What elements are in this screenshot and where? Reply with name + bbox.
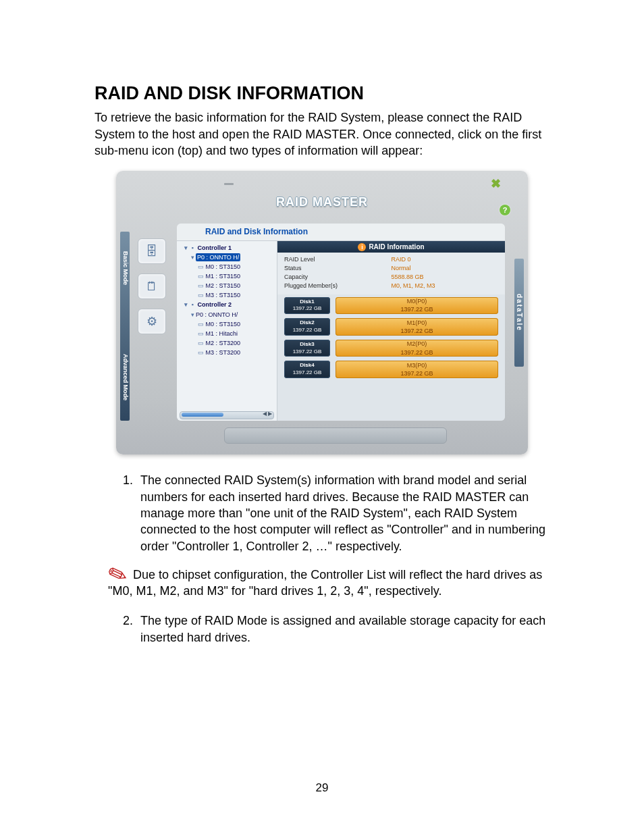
- port-label-selected[interactable]: P0 : ONNTO H/: [196, 253, 240, 261]
- disk-label[interactable]: M1 : ST3150: [206, 273, 241, 280]
- brand-label: dataTale: [514, 265, 524, 360]
- settings-icon[interactable]: ⚙: [138, 309, 166, 334]
- disk-bar: M1(P0)1397.22 GB: [336, 318, 498, 336]
- sidebar: 🗄 🗒 ⚙: [138, 238, 171, 344]
- controller-label[interactable]: Controller 1: [198, 244, 232, 251]
- port-label[interactable]: P0 : ONNTO H/: [196, 311, 238, 318]
- raid-info-icon[interactable]: 🗄: [138, 238, 166, 264]
- help-icon[interactable]: ?: [500, 205, 510, 215]
- disk-label[interactable]: M2 : ST3200: [206, 340, 241, 346]
- disk-icon: Disk31397.22 GB: [284, 340, 330, 357]
- disk-label[interactable]: M1 : Hitachi: [206, 330, 238, 337]
- info-icon: i: [358, 243, 366, 251]
- disk-bar: M0(P0)1397.22 GB: [336, 297, 498, 315]
- status-bar: [224, 427, 447, 444]
- info-value: M0, M1, M2, M3: [392, 282, 499, 290]
- info-key: Capacity: [284, 273, 392, 281]
- disk-label[interactable]: M3 : ST3150: [206, 292, 241, 298]
- info-key: Plugged Member(s): [284, 282, 392, 290]
- advanced-mode-tab[interactable]: Advanced Mode: [120, 340, 130, 414]
- intro-paragraph: To retrieve the basic information for th…: [95, 109, 549, 159]
- list-item-1: The connected RAID System(s) information…: [136, 472, 549, 554]
- disk-label[interactable]: M0 : ST3150: [206, 321, 241, 328]
- list-item-2: The type of RAID Mode is assigned and av…: [136, 613, 549, 646]
- panel-title: RAID and Disk Information: [177, 224, 505, 240]
- minimize-icon[interactable]: [224, 183, 234, 185]
- basic-mode-tab[interactable]: Basic Mode: [120, 238, 130, 298]
- disk-label[interactable]: M3 : ST3200: [206, 349, 241, 356]
- disk-bar: M3(P0)1397.22 GB: [336, 361, 498, 378]
- disk-row: Disk21397.22 GB M1(P0)1397.22 GB: [284, 318, 498, 336]
- info-key: Status: [284, 264, 392, 272]
- disk-row: Disk41397.22 GB M3(P0)1397.22 GB: [284, 361, 498, 378]
- app-title: RAID MASTER: [116, 194, 528, 210]
- page-number: 29: [95, 781, 549, 796]
- pushpin-icon: ✎: [106, 565, 128, 585]
- controller-tree[interactable]: ▾▪ Controller 1 ▾P0 : ONNTO H/ ▭ M0 : ST…: [177, 241, 277, 421]
- disk-row: Disk11397.22 GB M0(P0)1397.22 GB: [284, 297, 498, 315]
- close-icon[interactable]: ✖: [491, 176, 501, 192]
- raid-info-panel: iRAID Information RAID Level RAID 0 Stat…: [277, 241, 505, 421]
- disk-row: Disk31397.22 GB M2(P0)1397.22 GB: [284, 340, 498, 357]
- event-log-icon[interactable]: 🗒: [138, 273, 166, 299]
- info-value: Normal: [392, 264, 499, 272]
- page-heading: RAID AND DISK INFORMATION: [95, 81, 549, 105]
- controller-label[interactable]: Controller 2: [198, 301, 232, 308]
- tree-scrollbar[interactable]: [180, 411, 274, 419]
- note-paragraph: ✎ Due to chipset configuration, the Cont…: [108, 567, 549, 600]
- raid-info-header: iRAID Information: [277, 241, 505, 253]
- disk-label[interactable]: M2 : ST3150: [206, 282, 241, 289]
- disk-icon: Disk21397.22 GB: [284, 318, 330, 336]
- info-key: RAID Level: [284, 255, 392, 263]
- info-value: 5588.88 GB: [392, 273, 499, 281]
- screenshot: ✖ RAID MASTER ? Basic Mode Advanced Mode…: [116, 171, 528, 454]
- disk-icon: Disk41397.22 GB: [284, 361, 330, 378]
- info-value: RAID 0: [392, 255, 499, 263]
- panel: RAID and Disk Information ▾▪ Controller …: [177, 224, 505, 421]
- disk-bar: M2(P0)1397.22 GB: [336, 340, 498, 357]
- disk-icon: Disk11397.22 GB: [284, 297, 330, 315]
- disk-label[interactable]: M0 : ST3150: [206, 263, 241, 270]
